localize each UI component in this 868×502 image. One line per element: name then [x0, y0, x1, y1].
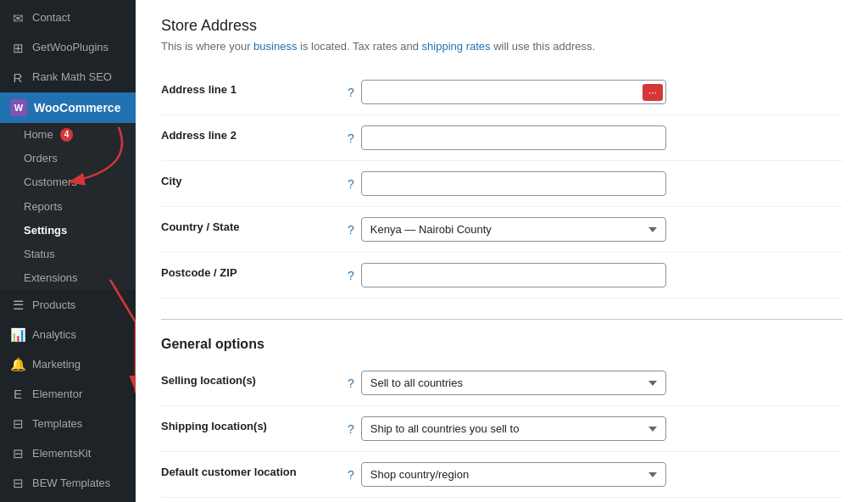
- country-field: ? Kenya — Nairobi County: [348, 217, 843, 242]
- sidebar-item-settings[interactable]: Settings: [0, 219, 136, 243]
- address1-action-button[interactable]: ···: [643, 84, 663, 101]
- marketing-label: Marketing: [32, 357, 81, 372]
- woocommerce-menu-header[interactable]: W WooCommerce: [0, 92, 136, 123]
- address2-label: Address line 2: [161, 129, 236, 142]
- postcode-help-icon[interactable]: ?: [348, 270, 354, 282]
- reports-label: Reports: [24, 199, 63, 215]
- sidebar-item-contact[interactable]: ✉ Contact: [0, 3, 136, 33]
- sidebar-item-extensions[interactable]: Extensions: [0, 266, 136, 290]
- content-area: Store Address This is where your busines…: [136, 0, 868, 502]
- main-content: Store Address This is where your busines…: [136, 0, 868, 502]
- analytics-label: Analytics: [32, 327, 76, 343]
- rankmath-icon: R: [10, 69, 25, 86]
- general-options-title: General options: [161, 319, 843, 352]
- sidebar-item-status[interactable]: Status: [0, 243, 136, 266]
- address2-input[interactable]: [361, 126, 666, 150]
- address2-row: Address line 2 ?: [161, 115, 843, 161]
- store-address-desc: This is where your business is located. …: [161, 40, 843, 53]
- default-customer-location-select[interactable]: Shop country/region No location by defau…: [361, 462, 666, 487]
- elementskit-icon: ⊟: [10, 444, 25, 462]
- customers-label: Customers: [24, 175, 77, 190]
- orders-label: Orders: [24, 151, 58, 166]
- shipping-locations-field: ? Ship to all countries you sell to Ship…: [348, 416, 843, 441]
- selling-locations-field: ? Sell to all countries Sell to specific…: [348, 371, 843, 395]
- city-row: City ?: [161, 161, 843, 207]
- default-customer-location-help-icon[interactable]: ?: [348, 469, 354, 481]
- address1-input-wrapper: ···: [361, 80, 666, 104]
- bew-icon: ⊟: [10, 474, 25, 492]
- sidebar-item-orders[interactable]: Orders: [0, 147, 136, 170]
- home-badge: 4: [60, 128, 74, 142]
- products-label: Products: [32, 298, 75, 313]
- city-input[interactable]: [361, 171, 666, 196]
- postcode-row: Postcode / ZIP ?: [161, 253, 843, 298]
- sidebar-item-reports[interactable]: Reports: [0, 195, 136, 219]
- shipping-locations-label: Shipping location(s): [161, 420, 267, 432]
- woo-icon: W: [10, 99, 27, 116]
- selling-locations-select[interactable]: Sell to all countries Sell to specific c…: [361, 371, 666, 395]
- address1-field: ? ···: [348, 80, 843, 104]
- products-icon: ☰: [10, 296, 25, 314]
- woo-submenu: Home 4 Orders Customers Reports Settings…: [0, 123, 136, 290]
- city-field: ?: [348, 171, 843, 196]
- country-row: Country / State ? Kenya — Nairobi County: [161, 207, 843, 253]
- sidebar-item-getwoo[interactable]: ⊞ GetWooPlugins: [0, 33, 136, 63]
- business-link[interactable]: business: [253, 40, 297, 53]
- sidebar-item-label: Contact: [32, 10, 70, 25]
- home-label: Home: [24, 127, 53, 142]
- woo-label: WooCommerce: [34, 101, 120, 114]
- default-customer-location-field: ? Shop country/region No location by def…: [348, 462, 843, 487]
- selling-locations-label: Selling location(s): [161, 374, 256, 387]
- marketing-icon: 🔔: [10, 355, 25, 373]
- country-select[interactable]: Kenya — Nairobi County: [361, 217, 666, 242]
- store-address-form: Address line 1 ? ··· Address line 2: [161, 70, 843, 298]
- sidebar-item-elementskit[interactable]: ⊟ ElementsKit: [0, 438, 136, 468]
- sidebar-item-bew-templates[interactable]: ⊟ BEW Templates: [0, 468, 136, 498]
- address1-label: Address line 1: [161, 83, 236, 96]
- shipping-rates-link[interactable]: shipping rates: [422, 40, 491, 53]
- selling-locations-row: Selling location(s) ? Sell to all countr…: [161, 360, 843, 406]
- sidebar-item-label: Rank Math SEO: [32, 70, 112, 85]
- bew-templates-label: BEW Templates: [32, 476, 110, 491]
- elementor-label: Elementor: [32, 387, 82, 402]
- status-label: Status: [24, 247, 55, 262]
- city-help-icon[interactable]: ?: [348, 178, 354, 190]
- sidebar-item-home[interactable]: Home 4: [0, 123, 136, 147]
- sidebar-item-elementor[interactable]: E Elementor: [0, 379, 136, 409]
- address1-input[interactable]: [361, 80, 666, 104]
- postcode-label: Postcode / ZIP: [161, 266, 237, 279]
- elementor-icon: E: [10, 385, 25, 403]
- templates-label: Templates: [32, 416, 82, 432]
- city-label: City: [161, 175, 182, 187]
- templates-icon: ⊟: [10, 415, 25, 432]
- shipping-locations-help-icon[interactable]: ?: [348, 423, 354, 435]
- selling-locations-help-icon[interactable]: ?: [348, 377, 354, 389]
- analytics-icon: 📊: [10, 326, 25, 343]
- default-customer-location-label: Default customer location: [161, 466, 297, 478]
- extensions-label: Extensions: [24, 271, 78, 286]
- postcode-input[interactable]: [361, 263, 666, 287]
- shipping-locations-row: Shipping location(s) ? Ship to all count…: [161, 406, 843, 452]
- sidebar-item-customers[interactable]: Customers: [0, 170, 136, 194]
- country-label: Country / State: [161, 220, 239, 233]
- settings-label: Settings: [24, 223, 67, 238]
- shipping-locations-select[interactable]: Ship to all countries you sell to Ship t…: [361, 416, 666, 441]
- default-customer-location-row: Default customer location ? Shop country…: [161, 452, 843, 498]
- sidebar-item-rankmath[interactable]: R Rank Math SEO: [0, 63, 136, 92]
- store-address-title: Store Address: [161, 17, 843, 35]
- getwoo-icon: ⊞: [10, 39, 25, 57]
- sidebar-item-products[interactable]: ☰ Products: [0, 290, 136, 320]
- general-options-form: Selling location(s) ? Sell to all countr…: [161, 360, 843, 502]
- sidebar-item-marketing[interactable]: 🔔 Marketing: [0, 349, 136, 379]
- sidebar-item-analytics[interactable]: 📊 Analytics: [0, 320, 136, 349]
- sidebar-item-label: GetWooPlugins: [32, 40, 108, 55]
- contact-icon: ✉: [10, 9, 25, 27]
- address1-row: Address line 1 ? ···: [161, 70, 843, 115]
- country-help-icon[interactable]: ?: [348, 224, 354, 236]
- sidebar: ✉ Contact ⊞ GetWooPlugins R Rank Math SE…: [0, 0, 136, 502]
- address2-help-icon[interactable]: ?: [348, 132, 354, 144]
- postcode-field: ?: [348, 263, 843, 287]
- address1-help-icon[interactable]: ?: [348, 86, 354, 98]
- enable-taxes-row: Enable taxes Enable tax rates and calcul…: [161, 498, 843, 503]
- sidebar-item-templates[interactable]: ⊟ Templates: [0, 409, 136, 438]
